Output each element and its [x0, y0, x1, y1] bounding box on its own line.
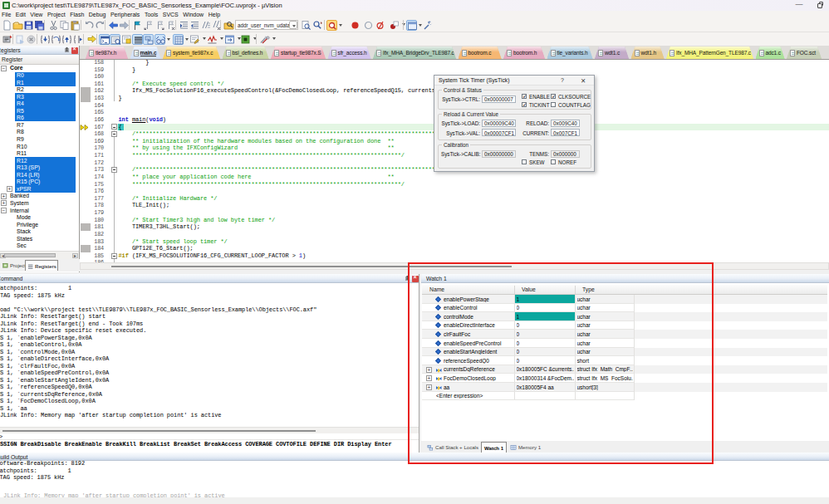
system-viewer-icon[interactable]: [224, 34, 235, 45]
reload-field[interactable]: 0x009C40: [551, 120, 580, 127]
chevron-down-icon[interactable]: [167, 38, 170, 41]
breakpoint-disable-icon[interactable]: [363, 20, 374, 31]
command-window-icon[interactable]: [99, 34, 110, 45]
cut-icon[interactable]: [48, 20, 59, 31]
register-row-banked[interactable]: Banked: [0, 193, 79, 200]
menu-item-window[interactable]: Window: [183, 12, 204, 17]
paste-icon[interactable]: [70, 20, 81, 31]
help-icon[interactable]: ?: [561, 77, 564, 83]
reset-icon[interactable]: [2, 34, 12, 45]
event-recorder-icon[interactable]: [240, 34, 251, 45]
register-row-r5[interactable]: R5: [0, 107, 79, 115]
register-row-r12[interactable]: R12: [0, 157, 79, 164]
command-input[interactable]: >: [0, 433, 419, 440]
menu-item-file[interactable]: File: [2, 12, 11, 17]
run-to-cursor-icon[interactable]: [72, 34, 83, 45]
pin-icon[interactable]: [64, 47, 70, 53]
toolbox-icon[interactable]: [259, 34, 270, 45]
panel-tab-registers[interactable]: Registers: [25, 260, 58, 271]
register-row-internal[interactable]: Internal: [0, 207, 79, 214]
register-row-r10[interactable]: R10: [0, 143, 79, 150]
breakpoint-window-icon[interactable]: [389, 20, 400, 31]
analysis-window-icon[interactable]: [207, 34, 218, 45]
register-row-r14lr[interactable]: R14 (LR): [0, 171, 79, 179]
bookmark-icon[interactable]: [132, 20, 143, 31]
menu-item-peripherals[interactable]: Peripherals: [110, 12, 140, 17]
panel-tab-project[interactable]: Project: [1, 260, 26, 271]
restore-button[interactable]: [815, 1, 825, 10]
chevron-down-icon[interactable]: [220, 37, 223, 40]
menu-item-svcs[interactable]: SVCS: [163, 12, 179, 17]
menu-item-edit[interactable]: Edit: [16, 12, 26, 17]
close-icon[interactable]: [71, 47, 78, 54]
register-row-r7[interactable]: R7: [0, 121, 79, 129]
fold-collapse-icon[interactable]: [111, 167, 117, 173]
nav-back-icon[interactable]: [108, 20, 119, 31]
doc-tab-Ifx_MHA_PatternGen_TLE987.c[interactable]: Ifx_MHA_PatternGen_TLE987.c: [666, 46, 753, 59]
register-row-xpsr[interactable]: xPSR: [0, 186, 79, 193]
chevron-down-icon[interactable]: [419, 24, 422, 27]
doc-tab-startup_tle987x.S[interactable]: startup_tle987x.S: [271, 46, 326, 59]
register-row-r11[interactable]: R11: [0, 150, 79, 158]
step-over-icon[interactable]: [51, 34, 61, 45]
register-row-r6[interactable]: R6: [0, 115, 79, 122]
minimize-button[interactable]: —: [792, 0, 807, 10]
register-row-system[interactable]: System: [0, 200, 79, 208]
register-row-privilege[interactable]: Privilege: [0, 221, 79, 228]
registers-hscrollbar[interactable]: ◄►: [0, 251, 79, 259]
incremental-find-icon[interactable]: [312, 20, 323, 31]
register-row-r3[interactable]: R3: [0, 93, 79, 100]
fold-collapse-icon[interactable]: [111, 253, 117, 259]
comment-icon[interactable]: [200, 20, 211, 31]
memory-window-icon[interactable]: [173, 34, 184, 45]
checkbox-clksource[interactable]: [551, 94, 556, 99]
load-field[interactable]: 0x00009C40: [482, 120, 516, 127]
tree-expander-icon[interactable]: [1, 200, 7, 206]
disassembly-window-icon[interactable]: [110, 34, 120, 45]
register-row-r4[interactable]: R4: [0, 100, 79, 108]
register-row-r0[interactable]: R0: [0, 72, 79, 80]
tree-expander-icon[interactable]: [1, 193, 7, 199]
checkbox-noref[interactable]: [551, 159, 556, 164]
menu-item-debug[interactable]: Debug: [89, 12, 106, 17]
search-highlight-icon[interactable]: [326, 20, 337, 31]
indent-icon[interactable]: [179, 20, 189, 31]
register-row-r15pc[interactable]: R15 (PC): [0, 179, 79, 186]
register-row-stack[interactable]: Stack: [0, 228, 79, 236]
checkbox-enable[interactable]: [522, 94, 527, 99]
register-row-r8[interactable]: R8: [0, 129, 79, 136]
chevron-down-icon[interactable]: [203, 37, 206, 40]
menu-item-help[interactable]: Help: [208, 12, 220, 17]
menu-item-flash[interactable]: Flash: [70, 12, 84, 17]
open-file-icon[interactable]: [12, 20, 23, 31]
doc-tab-bootrom.c[interactable]: bootrom.c: [459, 46, 502, 59]
copy-icon[interactable]: [59, 20, 70, 31]
doc-tab-main.c[interactable]: main.c: [130, 46, 161, 59]
register-row-states[interactable]: States: [0, 235, 79, 242]
serial-window-icon[interactable]: [189, 34, 200, 45]
outdent-icon[interactable]: [189, 20, 200, 31]
breakpoint-toggle-icon[interactable]: [350, 20, 361, 31]
checkbox-skew[interactable]: [522, 159, 527, 164]
doc-tab-Ifx_MHA_BridgeDrv_TLE987.c[interactable]: Ifx_MHA_BridgeDrv_TLE987.c: [373, 46, 456, 59]
ctrl-field[interactable]: 0x00000007: [482, 95, 516, 103]
doc-tab-sfr_access.h[interactable]: sfr_access.h: [328, 46, 371, 59]
configure-icon[interactable]: [423, 20, 434, 31]
register-row-r1[interactable]: R1: [0, 79, 79, 86]
command-hscrollbar[interactable]: [0, 427, 419, 433]
save-icon[interactable]: [23, 20, 34, 31]
val-field[interactable]: 0x00007CF1: [482, 129, 516, 136]
current-field[interactable]: 0x007CF1: [551, 129, 580, 136]
menu-item-view[interactable]: View: [30, 12, 42, 17]
fold-collapse-icon[interactable]: [111, 124, 117, 130]
chevron-down-icon[interactable]: [339, 24, 342, 27]
step-into-icon[interactable]: [40, 34, 51, 45]
doc-tab-tle987x.h[interactable]: tle987x.h: [86, 46, 128, 59]
register-row-r9[interactable]: R9: [0, 136, 79, 144]
doc-tab-bootrom.h[interactable]: bootrom.h: [503, 46, 545, 59]
doc-tab-wdt1.c[interactable]: wdt1.c: [595, 46, 629, 59]
new-file-icon[interactable]: [2, 20, 12, 31]
menu-item-project[interactable]: Project: [47, 12, 66, 17]
step-out-icon[interactable]: [61, 34, 72, 45]
find-icon[interactable]: [301, 20, 311, 31]
